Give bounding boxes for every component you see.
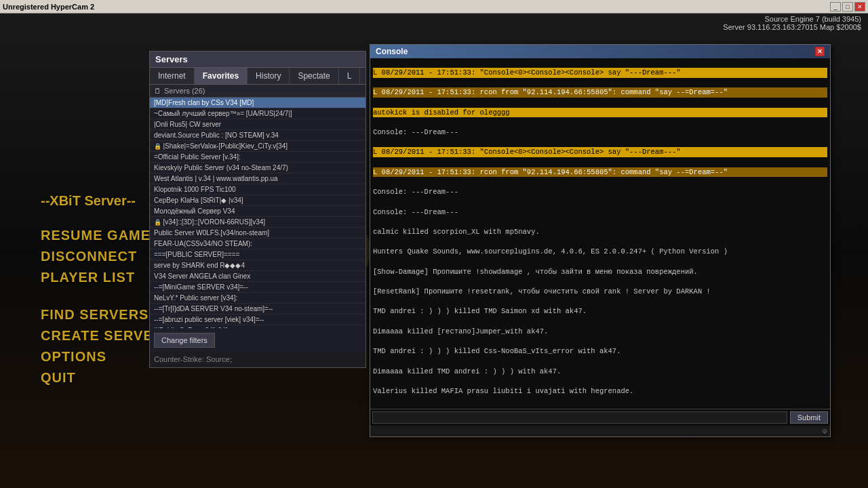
xbit-label: --XBiT Server-- xyxy=(41,193,163,209)
server-row[interactable]: ===[PUBLIC SERVER]==== xyxy=(150,249,366,260)
console-line: [Show-Damage] Пропишите !showdamage , чт… xyxy=(373,267,827,277)
servers-panel-title: Servers xyxy=(150,52,366,68)
server-row[interactable]: NeLvY.* Public server [v34]: xyxy=(150,293,366,304)
close-button[interactable]: ✕ xyxy=(854,2,865,12)
console-body[interactable]: У вас не достаточно прав для запуска ком… xyxy=(370,58,830,409)
server-row[interactable]: deviant.Source Public : [NO STEAM] v.34 xyxy=(150,130,366,141)
console-title-bar: Console ✕ xyxy=(370,45,830,58)
server-row[interactable]: =Official Public Server [v.34]: xyxy=(150,152,366,163)
server-row[interactable]: V34 Server ANGELA clan Ginex xyxy=(150,271,366,282)
console-input-area: Submit xyxy=(370,409,830,426)
console-submit-button[interactable]: Submit xyxy=(790,411,828,424)
console-line: Console: ---Dream--- xyxy=(373,187,827,197)
servers-count: 🗒 Servers (26) xyxy=(150,85,366,98)
server-row[interactable]: |Onli Rus5| CW server xyxy=(150,119,366,130)
title-bar-text: Unregistered HyperCam 2 xyxy=(3,3,94,11)
server-row[interactable]: Молодёжный Сервер V34 xyxy=(150,206,366,217)
console-line: calmic killed scorpion_XL with mp5navy. xyxy=(373,227,827,237)
server-row[interactable]: --=[Tr[I]dDA SERVER V34 no-steam]=-- xyxy=(150,304,366,314)
console-line: L 08/29/2011 - 17:51:33: "Console<0><Con… xyxy=(373,68,827,78)
console-title: Console xyxy=(376,47,408,56)
find-servers-button[interactable]: FIND SERVERS xyxy=(41,307,163,323)
filter-label: Counter-Strike: Source; xyxy=(150,352,366,367)
servers-list[interactable]: [MD]Fresh clan by CSs V34 [MD] ~Самый лу… xyxy=(150,98,366,328)
console-line: Console: ---Dream--- xyxy=(373,127,827,138)
engine-info: Source Engine 7 (build 3945) xyxy=(723,15,861,23)
server-row[interactable]: --=[abruzi public server [viek] v34]=-- xyxy=(150,314,366,325)
main-menu: --XBiT Server-- RESUME GAME DISCONNECT P… xyxy=(41,193,163,386)
server-row[interactable]: FEAR-UA(CSSv34/NO STEAM): xyxy=(150,239,366,249)
disconnect-button[interactable]: DISCONNECT xyxy=(41,249,163,264)
server-address: Server 93.116.23.163:27015 Map $2000$ xyxy=(723,23,861,31)
server-row[interactable]: West Atlantis | v.34 | www.watlantis.pp.… xyxy=(150,174,366,184)
change-filters-button[interactable]: Change filters xyxy=(154,333,215,348)
console-window: Console ✕ У вас не достаточно прав для з… xyxy=(370,44,831,437)
resize-icon: ⟱ xyxy=(822,428,827,435)
console-line: L 08/29/2011 - 17:51:33: rcon from "92.1… xyxy=(373,87,827,98)
console-resize-handle[interactable]: ⟱ xyxy=(370,426,830,436)
server-row[interactable]: Kievskyiy Public Server (v34 no-Steam 24… xyxy=(150,163,366,174)
tab-favorites[interactable]: Favorites xyxy=(195,68,248,84)
resume-game-button[interactable]: RESUME GAME xyxy=(41,228,163,243)
console-line: Valerius killed MAFIA prasu liubiti i uv… xyxy=(373,386,827,396)
server-row[interactable]: 🔒 |Shake|=SerValoк-[Public]Kiev_CiTy.v[3… xyxy=(150,141,366,152)
console-line: autokick is disabled for olegggg xyxy=(373,108,827,118)
tab-history[interactable]: History xyxy=(248,68,290,84)
game-background: Cou te r --XBiT Server-- RESUME GAME DIS… xyxy=(0,14,868,488)
quit-button[interactable]: QUIT xyxy=(41,370,163,386)
maximize-button[interactable]: □ xyxy=(842,2,853,12)
server-row[interactable]: Klopotnik 1000 FPS Tic100 xyxy=(150,184,366,195)
console-line: TMD andrei : ) ) ) killed TMD Saimon xd … xyxy=(373,306,827,317)
server-row[interactable]: --=[MiniGame SERVER v34]=-- xyxy=(150,282,366,293)
console-line: Console: ---Dream--- xyxy=(373,207,827,218)
server-row[interactable]: СерВер KlaHa [StRiT|◆ |v34] xyxy=(150,195,366,206)
server-info: Source Engine 7 (build 3945) Server 93.1… xyxy=(723,15,861,31)
title-bar: Unregistered HyperCam 2 _ □ ✕ xyxy=(0,0,868,14)
title-bar-buttons: _ □ ✕ xyxy=(830,2,865,12)
servers-panel: Servers Internet Favorites History Spect… xyxy=(149,51,366,368)
console-line: L 08/29/2011 - 17:51:33: "Console<0><Con… xyxy=(373,147,827,157)
server-row[interactable]: ~Самый лучший сервер™»= [UA/RUS|24/7|] xyxy=(150,108,366,119)
server-row[interactable]: Public Server W0LFS.[v34/non-steam] xyxy=(150,228,366,239)
console-line: Dimaaaa killed [гестапо]Jumper_with ak47… xyxy=(373,327,827,337)
minimize-button[interactable]: _ xyxy=(830,2,841,12)
tab-spectate[interactable]: Spectate xyxy=(290,68,338,84)
console-input[interactable] xyxy=(372,411,787,424)
server-row[interactable]: 🔒 [v34]::[3D]::[VORON-66RUS][v34] xyxy=(150,217,366,228)
player-list-button[interactable]: PLAYER LIST xyxy=(41,270,163,285)
console-line: TMD andrei : ) ) ) killed Css-NooBaS_vIt… xyxy=(373,346,827,357)
servers-tabs: Internet Favorites History Spectate L xyxy=(150,68,366,85)
create-server-button[interactable]: CREATE SERVER xyxy=(41,328,163,344)
console-line: L 08/29/2011 - 17:51:33: rcon from "92.1… xyxy=(373,167,827,178)
console-line: [ResetRank] Пропишите !resetrank, чтобы … xyxy=(373,287,827,297)
server-row[interactable]: serve by SHARK end R◆◆◆4 xyxy=(150,260,366,271)
console-close-button[interactable]: ✕ xyxy=(815,47,825,56)
server-row[interactable]: [MD]Fresh clan by CSs V34 [MD] xyxy=(150,98,366,108)
tab-internet[interactable]: Internet xyxy=(150,68,195,84)
console-line: Hunters Quake Sounds, www.sourceplugins.… xyxy=(373,247,827,257)
tab-lan[interactable]: L xyxy=(339,68,361,84)
options-button[interactable]: OPTIONS xyxy=(41,349,163,365)
console-line: Dimaaaa killed TMD andrei : ) ) ) with a… xyxy=(373,367,827,377)
